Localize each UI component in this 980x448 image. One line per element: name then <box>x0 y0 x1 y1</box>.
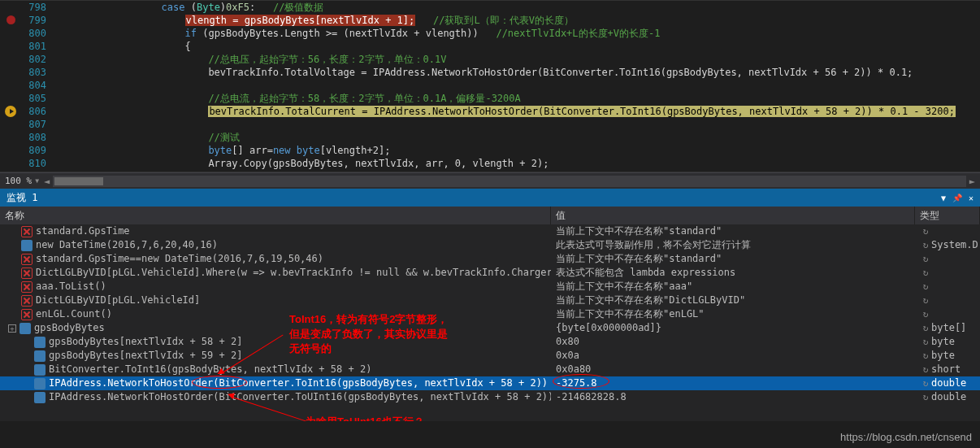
watch-name: gpsBodyBytes <box>34 321 105 335</box>
watch-title-label: 监视 1 <box>7 191 37 205</box>
variable-icon <box>34 378 46 389</box>
watch-value: 0x80 <box>556 336 579 347</box>
variable-icon <box>20 323 31 334</box>
breakpoint-icon[interactable] <box>7 15 15 24</box>
watch-type: byte <box>931 336 955 347</box>
error-icon <box>21 281 33 293</box>
watch-value: 当前上下文中不存在名称"aaa" <box>556 281 692 292</box>
watch-value: 当前上下文中不存在名称"DictLGLByVID" <box>556 294 745 306</box>
watch-name: DictLGLByVID[pLGL.VehicleId] <box>36 294 200 307</box>
watch-row[interactable]: aaa.ToList()当前上下文中不存在名称"aaa"↻ <box>0 280 980 294</box>
column-name[interactable]: 名称 <box>0 207 551 224</box>
watch-grid[interactable]: 名称 值 类型 standard.GpsTime当前上下文中不存在名称"stan… <box>0 207 980 421</box>
watch-row[interactable]: standard.GpsTime当前上下文中不存在名称"standard"↻ <box>0 224 980 238</box>
variable-icon <box>34 350 46 362</box>
expand-icon[interactable]: + <box>8 324 16 333</box>
watch-row[interactable]: DictLGLByVID[pLGL.VehicleId].Where(w => … <box>0 266 980 280</box>
watch-row[interactable]: gpsBodyBytes[nextTlvIdx + 59 + 2]0x0a↻by… <box>0 349 980 363</box>
code-area[interactable]: case (Byte)0xF5: //极值数据 vlength = gpsBod… <box>61 1 980 172</box>
error-icon <box>21 254 33 265</box>
watch-name: gpsBodyBytes[nextTlvIdx + 59 + 2] <box>49 349 242 363</box>
zoom-level[interactable]: 100 % <box>5 176 32 186</box>
refresh-icon[interactable]: ↻ <box>920 376 931 388</box>
watch-name: new DateTime(2016,7,6,20,40,16) <box>36 238 218 252</box>
pin-icon[interactable]: 📌 <box>952 194 962 202</box>
watch-row[interactable]: +gpsBodyBytes{byte[0x000000ad]}↻byte[] <box>0 321 980 335</box>
watch-type: short <box>931 363 960 375</box>
refresh-icon[interactable]: ↻ <box>920 349 931 360</box>
watch-value: 当前上下文中不存在名称"standard" <box>556 253 722 264</box>
current-line-icon <box>5 106 16 117</box>
variable-icon <box>34 364 46 376</box>
watermark: https://blog.csdn.net/cnsend <box>840 431 972 443</box>
watch-row[interactable]: DictLGLByVID[pLGL.VehicleId]当前上下文中不存在名称"… <box>0 294 980 307</box>
scroll-right-icon[interactable]: ► <box>969 176 975 187</box>
refresh-icon[interactable]: ↻ <box>920 294 931 305</box>
error-icon <box>21 267 33 279</box>
watch-row[interactable]: BitConverter.ToInt16(gpsBodyBytes, nextT… <box>0 363 980 376</box>
refresh-icon[interactable]: ↻ <box>920 280 931 291</box>
zoom-dropdown-icon[interactable]: ▼ <box>35 177 39 185</box>
refresh-icon[interactable]: ↻ <box>920 224 931 236</box>
refresh-icon[interactable]: ↻ <box>920 307 931 319</box>
horizontal-scrollbar[interactable] <box>53 176 966 187</box>
error-icon <box>21 309 33 320</box>
watch-name: IPAddress.NetworkToHostOrder(BitConverte… <box>49 390 551 404</box>
annotation-text-2: 为啥用ToUInt16也不行？ <box>306 415 424 421</box>
watch-type: System.D <box>931 239 978 250</box>
watch-value: 表达式不能包含 lambda expressions <box>556 267 735 278</box>
zoom-bar: 100 % ▼ ◄ ► <box>0 172 980 189</box>
current-execution-line: bevTrackInfo.TotalCurrent = IPAddress.Ne… <box>208 106 956 117</box>
refresh-icon[interactable]: ↻ <box>920 321 931 333</box>
error-icon <box>21 226 33 237</box>
watch-name: DictLGLByVID[pLGL.VehicleId].Where(w => … <box>36 266 551 280</box>
watch-row[interactable]: IPAddress.NetworkToHostOrder(BitConverte… <box>0 390 980 404</box>
refresh-icon[interactable]: ↻ <box>920 266 931 277</box>
error-icon <box>21 295 33 307</box>
watch-row[interactable]: standard.GpsTime==new DateTime(2016,7,6,… <box>0 252 980 266</box>
refresh-icon[interactable]: ↻ <box>920 252 931 263</box>
watch-grid-header: 名称 值 类型 <box>0 207 980 224</box>
dropdown-icon[interactable]: ▼ <box>941 194 946 202</box>
watch-name: gpsBodyBytes[nextTlvIdx + 58 + 2] <box>49 335 242 349</box>
variable-icon <box>34 337 46 348</box>
scroll-left-icon[interactable]: ◄ <box>44 176 50 187</box>
refresh-icon[interactable]: ↻ <box>920 238 931 250</box>
variable-icon <box>21 240 33 251</box>
code-editor[interactable]: 798 799 800 801 802 803 804 805 806 807 … <box>0 0 980 172</box>
watch-panel-title[interactable]: 监视 1 ▼ 📌 ✕ <box>0 189 980 207</box>
watch-value: 0x0a <box>556 350 579 361</box>
refresh-icon[interactable]: ↻ <box>920 363 931 374</box>
watch-row[interactable]: IPAddress.NetworkToHostOrder(BitConverte… <box>0 376 980 390</box>
watch-value: -3275.8 <box>556 377 597 389</box>
watch-type: double <box>931 391 966 402</box>
watch-type: double <box>931 377 966 389</box>
watch-value: 此表达式可导致副作用，将不会对它进行计算 <box>556 239 751 250</box>
watch-row[interactable]: new DateTime(2016,7,6,20,40,16)此表达式可导致副作… <box>0 238 980 252</box>
refresh-icon[interactable]: ↻ <box>920 390 931 402</box>
line-gutter: 798 799 800 801 802 803 804 805 806 807 … <box>0 1 61 172</box>
watch-value: 当前上下文中不存在名称"standard" <box>556 225 722 237</box>
watch-value: 0x0a80 <box>556 363 591 375</box>
close-icon[interactable]: ✕ <box>969 194 973 202</box>
variable-icon <box>34 392 46 403</box>
watch-type: byte[] <box>931 322 966 333</box>
column-type[interactable]: 类型 <box>915 207 980 224</box>
watch-name: standard.GpsTime==new DateTime(2016,7,6,… <box>36 252 323 266</box>
refresh-icon[interactable]: ↻ <box>920 335 931 346</box>
watch-value: -214682828.8 <box>556 391 627 402</box>
highlighted-breakpoint-line: vlength = gpsBodyBytes[nextTlvIdx + 1]; <box>185 15 416 26</box>
watch-row[interactable]: enLGL.Count()当前上下文中不存在名称"enLGL"↻ <box>0 307 980 321</box>
watch-value: 当前上下文中不存在名称"enLGL" <box>556 308 705 320</box>
watch-name: standard.GpsTime <box>36 224 130 238</box>
watch-type: byte <box>931 350 955 361</box>
watch-name: enLGL.Count() <box>36 307 112 321</box>
watch-name: aaa.ToList() <box>36 280 106 294</box>
column-value[interactable]: 值 <box>551 207 915 224</box>
watch-value: {byte[0x000000ad]} <box>556 322 661 333</box>
watch-name: IPAddress.NetworkToHostOrder(BitConverte… <box>49 376 551 390</box>
watch-name: BitConverter.ToInt16(gpsBodyBytes, nextT… <box>49 363 371 376</box>
watch-row[interactable]: gpsBodyBytes[nextTlvIdx + 58 + 2]0x80↻by… <box>0 335 980 349</box>
